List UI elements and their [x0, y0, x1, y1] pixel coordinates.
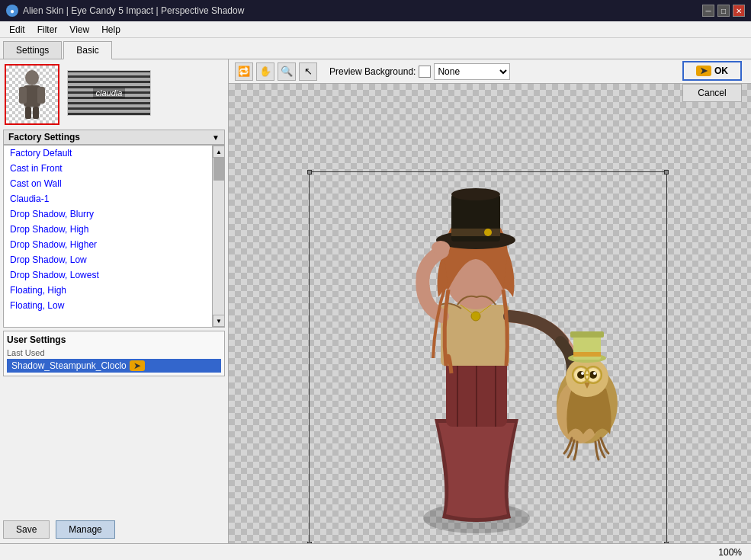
- manage-button[interactable]: Manage: [56, 520, 114, 539]
- svg-point-25: [577, 371, 585, 379]
- scroll-down-button[interactable]: ▼: [213, 315, 225, 327]
- svg-rect-17: [451, 229, 500, 236]
- close-button[interactable]: ✕: [733, 5, 745, 17]
- list-item[interactable]: Factory Default: [4, 146, 212, 161]
- scroll-up-button[interactable]: ▲: [213, 146, 225, 158]
- factory-settings-list: Factory Default Cast in Front Cast on Wa…: [4, 146, 212, 313]
- svg-point-27: [581, 372, 584, 375]
- preview-bg-label: Preview Background:: [329, 66, 416, 77]
- menu-help[interactable]: Help: [95, 23, 127, 37]
- svg-point-19: [432, 241, 450, 254]
- action-buttons-area: ➤ OK Cancel: [682, 61, 742, 102]
- list-item[interactable]: Claudia-1: [4, 191, 212, 206]
- title-text: Alien Skin | Eye Candy 5 Impact | Perspe…: [23, 5, 244, 16]
- thumbnail-box: [5, 64, 59, 125]
- svg-point-16: [451, 188, 500, 200]
- preview-bg-swatch: [419, 66, 431, 78]
- bottom-buttons: Save Manage: [0, 516, 228, 543]
- user-setting-text: Shadow_Steampunk_Cloclo: [11, 360, 127, 371]
- list-item[interactable]: Drop Shadow, Higher: [4, 237, 212, 252]
- svg-rect-31: [570, 331, 604, 338]
- thumbnail-figure: [13, 69, 51, 120]
- zoom-level: 100%: [718, 547, 742, 558]
- cancel-button[interactable]: Cancel: [682, 84, 742, 102]
- svg-rect-32: [573, 352, 601, 357]
- menu-edit[interactable]: Edit: [3, 23, 31, 37]
- app-icon: ●: [6, 5, 18, 17]
- list-item[interactable]: Cast in Front: [4, 161, 212, 176]
- select-tool-button[interactable]: ↖: [299, 62, 317, 81]
- user-setting-item[interactable]: Shadow_Steampunk_Cloclo ➤: [7, 359, 221, 373]
- svg-rect-4: [25, 107, 31, 119]
- tab-basic[interactable]: Basic: [63, 41, 111, 59]
- list-item[interactable]: Drop Shadow, Low: [4, 252, 212, 267]
- user-settings-section: User Settings Last Used Shadow_Steampunk…: [3, 331, 225, 376]
- svg-point-28: [593, 372, 596, 375]
- zoom-tool-button[interactable]: 🔍: [278, 62, 296, 81]
- svg-point-26: [589, 371, 597, 379]
- arrow-icon: ➤: [130, 360, 145, 371]
- reset-tool-button[interactable]: 🔁: [235, 62, 253, 81]
- svg-rect-5: [33, 107, 39, 119]
- menu-view[interactable]: View: [63, 23, 95, 37]
- last-used-label: Last Used: [7, 348, 221, 357]
- list-item[interactable]: Floating, Low: [4, 298, 212, 313]
- preview-image: [274, 152, 701, 543]
- list-item[interactable]: Drop Shadow, Lowest: [4, 267, 212, 283]
- svg-rect-3: [37, 87, 45, 104]
- list-item[interactable]: Drop Shadow, Blurry: [4, 206, 212, 222]
- ok-button[interactable]: ➤ OK: [682, 61, 742, 81]
- minimize-button[interactable]: ─: [702, 5, 714, 17]
- tab-bar: Settings Basic: [0, 38, 751, 59]
- factory-settings-header: Factory Settings ▼: [3, 130, 225, 145]
- scrollbar-vertical[interactable]: ▲ ▼: [212, 146, 224, 327]
- menu-bar: Edit Filter View Help: [0, 21, 751, 38]
- preview-bg-select[interactable]: None: [434, 63, 510, 80]
- svg-rect-2: [19, 87, 27, 104]
- ok-arrow-icon: ➤: [696, 66, 711, 76]
- settings-scroll-area[interactable]: Factory Default Cast in Front Cast on Wa…: [3, 145, 225, 328]
- thumbnail-area: claudia: [0, 59, 228, 130]
- preview-toolbar: 🔁 ✋ 🔍 ↖ Preview Background: None: [229, 59, 751, 84]
- list-item[interactable]: Floating, High: [4, 283, 212, 298]
- left-panel: claudia Factory Settings ▼ Factory Defau…: [0, 59, 229, 543]
- menu-filter[interactable]: Filter: [31, 23, 64, 37]
- scroll-down-arrow[interactable]: ▼: [212, 133, 220, 142]
- scrollbar-thumb[interactable]: [213, 158, 224, 181]
- status-bar: 100%: [0, 543, 751, 560]
- maximize-button[interactable]: □: [717, 5, 730, 17]
- user-settings-header: User Settings: [7, 334, 221, 345]
- right-panel: 🔁 ✋ 🔍 ↖ Preview Background: None: [229, 59, 751, 543]
- title-bar: ● Alien Skin | Eye Candy 5 Impact | Pers…: [0, 0, 751, 21]
- save-button[interactable]: Save: [3, 520, 50, 539]
- claudia-text: claudia: [93, 88, 126, 98]
- svg-point-0: [25, 70, 39, 85]
- preview-canvas[interactable]: [229, 84, 751, 543]
- pan-tool-button[interactable]: ✋: [256, 62, 274, 81]
- claudia-preview: claudia: [67, 70, 151, 116]
- list-item[interactable]: Drop Shadow, High: [4, 222, 212, 237]
- list-item[interactable]: Cast on Wall: [4, 176, 212, 191]
- tab-settings[interactable]: Settings: [3, 41, 62, 59]
- svg-point-18: [484, 229, 492, 236]
